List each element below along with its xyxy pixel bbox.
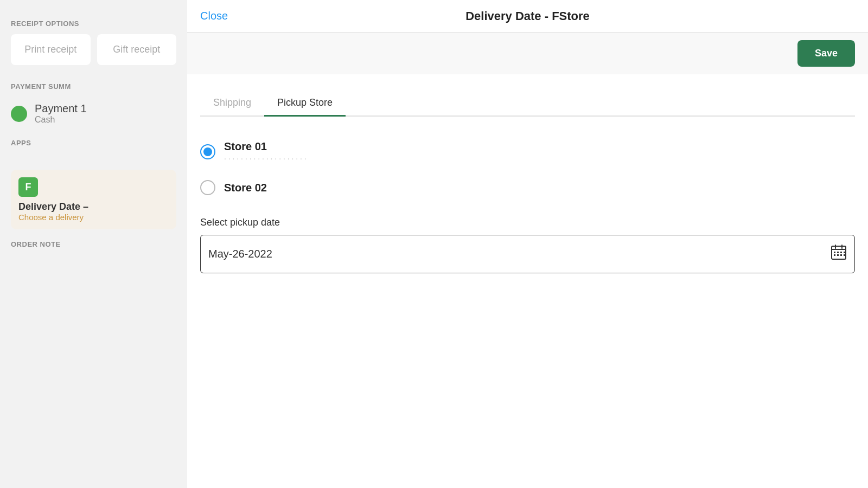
date-input-text: May-26-2022 [208, 248, 831, 260]
payment-info: Payment 1 Cash [35, 102, 176, 125]
print-receipt-btn[interactable]: Print receipt [11, 34, 91, 65]
svg-rect-8 [834, 254, 835, 256]
date-section-label: Select pickup date [200, 217, 855, 228]
store-01-name: Store 01 [224, 140, 307, 153]
receipt-options-title: RECEIPT OPTIONS [0, 11, 187, 34]
tab-shipping[interactable]: Shipping [200, 91, 264, 117]
payment-summary-title: PAYMENT SUMM [0, 74, 187, 97]
svg-rect-7 [844, 252, 845, 253]
close-button[interactable]: Close [200, 10, 228, 22]
store-01-option[interactable]: Store 01 · · · · · · · · · · · · · · · ·… [200, 132, 855, 171]
modal-title: Delivery Date - FStore [465, 9, 590, 23]
calendar-icon[interactable] [831, 244, 847, 264]
modal-toolbar: Save [187, 33, 868, 74]
svg-rect-10 [840, 254, 842, 256]
delivery-date-modal: Close Delivery Date - FStore Save Shippi… [187, 0, 868, 488]
date-section: Select pickup date May-26-2022 [200, 217, 855, 273]
tab-pickup-store[interactable]: Pickup Store [264, 91, 346, 117]
app-title: Delivery Date – [18, 201, 169, 213]
save-button[interactable]: Save [797, 40, 855, 67]
gift-receipt-btn[interactable]: Gift receipt [97, 34, 177, 65]
payment-type: Cash [35, 115, 176, 125]
tabs-container: Shipping Pickup Store [200, 91, 855, 117]
svg-rect-6 [840, 252, 842, 253]
app-card: F Delivery Date – Choose a delivery [11, 170, 176, 229]
store-01-details: · · · · · · · · · · · · · · · · · · · · [224, 154, 307, 163]
payment-name: Payment 1 [35, 102, 176, 115]
order-note-title: ORDER NOTE [0, 229, 187, 248]
apps-title: APPS [0, 130, 187, 153]
store-02-info: Store 02 [224, 182, 267, 194]
store-02-name: Store 02 [224, 182, 267, 194]
modal-header: Close Delivery Date - FStore [187, 0, 868, 33]
store-01-radio-inner [203, 147, 212, 156]
store-02-option[interactable]: Store 02 [200, 171, 855, 204]
modal-body: Shipping Pickup Store Store 01 · · · · ·… [187, 74, 868, 488]
svg-rect-4 [834, 252, 835, 253]
store-01-info: Store 01 · · · · · · · · · · · · · · · ·… [224, 140, 307, 163]
store-01-radio[interactable] [200, 144, 215, 159]
app-subtitle: Choose a delivery [18, 213, 169, 222]
store-02-radio[interactable] [200, 180, 215, 195]
payment-dot [11, 106, 27, 122]
svg-rect-5 [837, 252, 839, 253]
app-icon: F [18, 177, 38, 197]
svg-rect-11 [844, 254, 845, 256]
svg-rect-9 [837, 254, 839, 256]
date-input-wrapper[interactable]: May-26-2022 [200, 235, 855, 273]
